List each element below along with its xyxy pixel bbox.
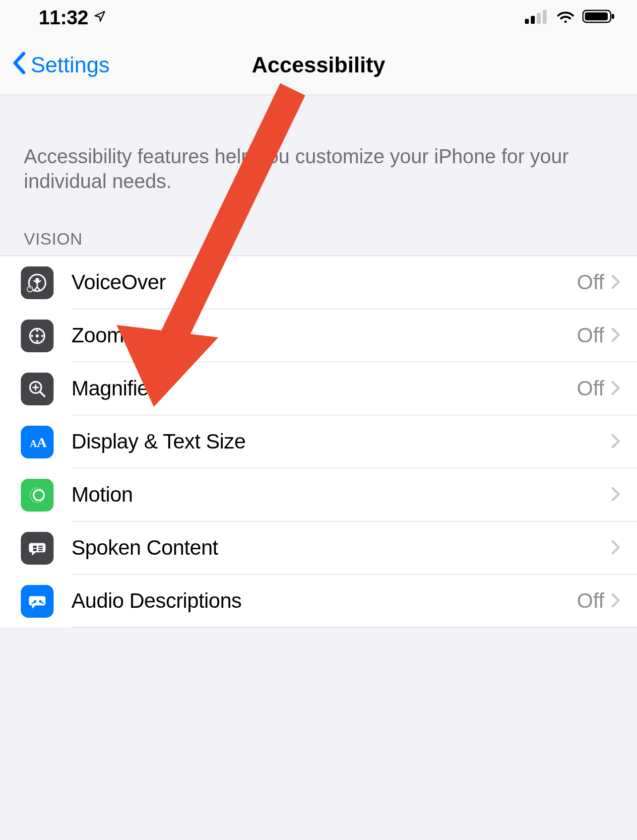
section-header-vision: VISION [0, 194, 637, 256]
textsize-icon: A A [21, 426, 54, 458]
back-button[interactable]: Settings [12, 50, 110, 80]
row-label: Audio Descriptions [71, 589, 577, 613]
row-label: Display & Text Size [71, 430, 604, 453]
svg-point-14 [36, 340, 39, 342]
row-label: Zoom [71, 323, 577, 347]
chevron-right-icon [611, 430, 620, 453]
cellular-icon [525, 9, 549, 26]
row-label: Motion [71, 483, 604, 507]
intro-text: Accessibility features help you customiz… [0, 95, 637, 194]
svg-rect-1 [531, 16, 535, 24]
svg-point-13 [36, 329, 39, 332]
chevron-right-icon [611, 589, 620, 613]
row-spoken-content[interactable]: Spoken Content [0, 521, 637, 575]
spoken-icon [21, 532, 54, 565]
row-label: Magnifier [71, 377, 577, 400]
row-value: Off [577, 377, 604, 400]
wifi-icon [556, 9, 575, 26]
nav-bar: Settings Accessibility [0, 35, 637, 95]
motion-icon [21, 479, 54, 512]
chevron-right-icon [611, 270, 620, 294]
svg-text:A: A [37, 435, 47, 450]
svg-rect-29 [38, 550, 43, 551]
svg-point-8 [35, 278, 39, 281]
svg-line-18 [40, 391, 44, 396]
battery-icon [582, 9, 615, 26]
magnifier-icon [21, 373, 54, 405]
svg-rect-25 [33, 545, 37, 548]
row-display-text-size[interactable]: A A Display & Text Size [0, 415, 637, 468]
location-icon [93, 10, 106, 25]
back-label: Settings [31, 53, 110, 77]
chevron-right-icon [611, 377, 620, 400]
status-bar: 11:32 [0, 0, 637, 35]
row-zoom[interactable]: Zoom Off [0, 309, 637, 362]
row-voiceover[interactable]: VoiceOver Off [0, 256, 637, 309]
row-label: VoiceOver [71, 270, 577, 294]
svg-text:A: A [30, 438, 37, 449]
voiceover-icon [21, 266, 54, 299]
svg-rect-27 [38, 545, 43, 547]
row-value: Off [577, 589, 604, 613]
svg-rect-28 [38, 547, 43, 549]
row-audio-descriptions[interactable]: Audio Descriptions Off [0, 575, 637, 628]
svg-rect-2 [537, 13, 541, 24]
svg-point-24 [34, 490, 44, 500]
svg-rect-5 [585, 12, 608, 20]
row-motion[interactable]: Motion [0, 468, 637, 521]
row-label: Spoken Content [71, 536, 604, 560]
status-time: 11:32 [39, 6, 88, 29]
chevron-right-icon [611, 483, 620, 507]
chevron-right-icon [611, 536, 620, 560]
chevron-left-icon [12, 50, 29, 80]
vision-list: VoiceOver Off Zoom Off [0, 256, 637, 628]
svg-rect-0 [525, 19, 529, 24]
svg-point-12 [36, 334, 39, 337]
svg-rect-6 [612, 14, 614, 19]
row-value: Off [577, 270, 604, 294]
svg-rect-26 [33, 549, 37, 551]
status-icons [525, 9, 615, 26]
audiodesc-icon [21, 585, 54, 618]
svg-rect-3 [543, 10, 547, 24]
svg-point-15 [31, 334, 33, 337]
row-value: Off [577, 323, 604, 347]
zoom-icon [21, 320, 54, 352]
chevron-right-icon [611, 323, 620, 347]
row-magnifier[interactable]: Magnifier Off [0, 362, 637, 415]
svg-point-16 [41, 334, 44, 337]
